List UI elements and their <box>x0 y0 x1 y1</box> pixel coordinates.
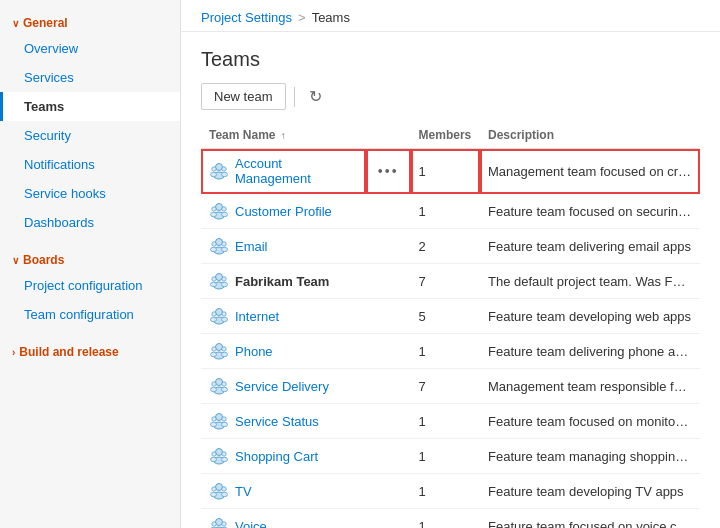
svg-point-39 <box>211 387 217 391</box>
team-name[interactable]: Email <box>235 239 268 254</box>
sidebar-section-boards[interactable]: ∨ Boards <box>0 245 180 271</box>
table-row[interactable]: Service Delivery7Management team respons… <box>201 369 700 404</box>
svg-point-59 <box>222 492 228 496</box>
table-row[interactable]: Customer Profile1Feature team focused on… <box>201 194 700 229</box>
svg-point-16 <box>222 242 226 246</box>
team-name[interactable]: Internet <box>235 309 279 324</box>
team-description: Feature team developing TV apps <box>480 474 700 509</box>
team-description: Feature team developing web apps <box>480 299 700 334</box>
sidebar-item-team-configuration[interactable]: Team configuration <box>0 300 180 329</box>
table-row[interactable]: Account Management•••1Management team fo… <box>201 149 700 194</box>
team-icon <box>209 271 229 291</box>
members-count: 1 <box>411 149 480 194</box>
svg-point-44 <box>212 417 216 421</box>
table-row[interactable]: Service Status1Feature team focused on m… <box>201 404 700 439</box>
svg-point-21 <box>211 282 217 286</box>
table-row[interactable]: Email2Feature team delivering email apps <box>201 229 700 264</box>
team-icon <box>209 341 229 361</box>
members-count: 5 <box>411 299 480 334</box>
team-cell: Fabrikam Team <box>209 271 358 291</box>
chevron-icon: ∨ <box>12 255 19 266</box>
svg-point-28 <box>222 312 226 316</box>
row-actions-cell <box>366 229 411 264</box>
sidebar-section-general[interactable]: ∨ General <box>0 8 180 34</box>
table-row[interactable]: Shopping Cart1Feature team managing shop… <box>201 439 700 474</box>
team-name[interactable]: Fabrikam Team <box>235 274 329 289</box>
team-cell: Service Status <box>209 411 358 431</box>
svg-point-14 <box>212 242 216 246</box>
svg-point-51 <box>211 457 217 461</box>
svg-point-52 <box>222 452 226 456</box>
row-actions-cell <box>366 194 411 229</box>
new-team-button[interactable]: New team <box>201 83 286 110</box>
row-actions-cell <box>366 264 411 299</box>
teams-tbody: Account Management•••1Management team fo… <box>201 149 700 529</box>
team-name[interactable]: Service Delivery <box>235 379 329 394</box>
teams-table: Team Name ↑ Members Description Account … <box>201 122 700 528</box>
chevron-icon: ∨ <box>12 18 19 29</box>
team-description: The default project team. Was Fabrikam F <box>480 264 700 299</box>
members-count: 1 <box>411 509 480 529</box>
team-name[interactable]: Customer Profile <box>235 204 332 219</box>
svg-point-27 <box>211 317 217 321</box>
team-icon <box>209 376 229 396</box>
svg-point-46 <box>222 417 226 421</box>
svg-point-23 <box>222 282 228 286</box>
table-row[interactable]: Phone1Feature team delivering phone apps <box>201 334 700 369</box>
svg-point-56 <box>212 487 216 491</box>
team-name[interactable]: Voice <box>235 519 267 529</box>
members-count: 7 <box>411 264 480 299</box>
svg-point-62 <box>212 522 216 526</box>
sidebar-item-dashboards[interactable]: Dashboards <box>0 208 180 237</box>
svg-point-8 <box>212 207 216 211</box>
sidebar-item-service-hooks[interactable]: Service hooks <box>0 179 180 208</box>
members-count: 1 <box>411 439 480 474</box>
row-actions-cell <box>366 439 411 474</box>
row-actions-cell <box>366 404 411 439</box>
sidebar-item-teams[interactable]: Teams <box>0 92 180 121</box>
team-description: Feature team focused on voice communic <box>480 509 700 529</box>
team-name[interactable]: Phone <box>235 344 273 359</box>
team-description: Feature team focused on securing accoun <box>480 194 700 229</box>
members-count: 2 <box>411 229 480 264</box>
col-header-actions <box>366 122 411 149</box>
team-icon <box>209 446 229 466</box>
team-icon <box>209 516 229 528</box>
sidebar: ∨ GeneralOverviewServicesTeamsSecurityNo… <box>0 0 181 528</box>
team-icon <box>209 411 229 431</box>
team-name[interactable]: TV <box>235 484 252 499</box>
team-icon <box>209 161 229 181</box>
breadcrumb-separator: > <box>298 10 306 25</box>
svg-point-3 <box>211 172 217 176</box>
col-header-members: Members <box>411 122 480 149</box>
team-name[interactable]: Shopping Cart <box>235 449 318 464</box>
team-description: Feature team focused on monitoring and <box>480 404 700 439</box>
table-row[interactable]: TV1Feature team developing TV apps <box>201 474 700 509</box>
team-cell: Customer Profile <box>209 201 358 221</box>
col-header-teamname[interactable]: Team Name ↑ <box>201 122 366 149</box>
table-row[interactable]: Voice1Feature team focused on voice comm… <box>201 509 700 529</box>
row-context-menu-button[interactable]: ••• <box>374 163 403 179</box>
team-cell: Account Management <box>209 156 358 186</box>
svg-point-58 <box>222 487 226 491</box>
table-row[interactable]: Internet5Feature team developing web app… <box>201 299 700 334</box>
team-description: Feature team managing shopping cart app <box>480 439 700 474</box>
members-count: 7 <box>411 369 480 404</box>
row-actions-cell <box>366 509 411 529</box>
table-row[interactable]: Fabrikam Team7The default project team. … <box>201 264 700 299</box>
sidebar-item-security[interactable]: Security <box>0 121 180 150</box>
breadcrumb-project-link[interactable]: Project Settings <box>201 10 292 25</box>
team-name[interactable]: Service Status <box>235 414 319 429</box>
sidebar-section-build-and-release[interactable]: › Build and release <box>0 337 180 363</box>
svg-point-47 <box>222 422 228 426</box>
sidebar-item-project-configuration[interactable]: Project configuration <box>0 271 180 300</box>
svg-point-11 <box>222 212 228 216</box>
refresh-button[interactable]: ↻ <box>303 85 328 108</box>
row-actions-cell <box>366 334 411 369</box>
row-actions-cell <box>366 299 411 334</box>
col-header-description: Description <box>480 122 700 149</box>
team-name[interactable]: Account Management <box>235 156 358 186</box>
sidebar-item-overview[interactable]: Overview <box>0 34 180 63</box>
sidebar-item-services[interactable]: Services <box>0 63 180 92</box>
sidebar-item-notifications[interactable]: Notifications <box>0 150 180 179</box>
